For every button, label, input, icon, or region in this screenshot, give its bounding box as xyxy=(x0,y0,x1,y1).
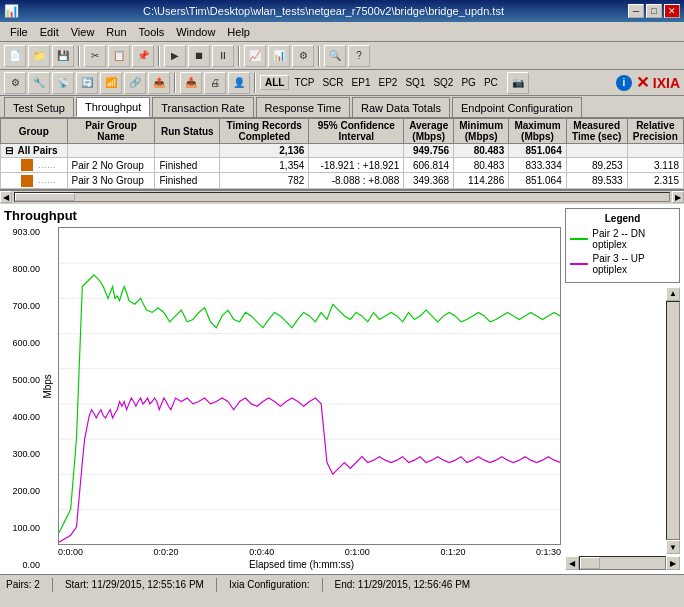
close-button[interactable]: ✕ xyxy=(664,4,680,18)
menu-window[interactable]: Window xyxy=(170,24,221,40)
tab-endpoint-config[interactable]: Endpoint Configuration xyxy=(452,97,582,117)
proto-scr[interactable]: SCR xyxy=(319,76,346,89)
tb2-btn5[interactable]: 📶 xyxy=(100,72,122,94)
col-measured: MeasuredTime (sec) xyxy=(566,119,627,144)
proto-sq1[interactable]: SQ1 xyxy=(402,76,428,89)
chart-button[interactable]: 📈 xyxy=(244,45,266,67)
x-tick-120: 0:1:20 xyxy=(440,547,465,557)
scroll-left-btn[interactable]: ◀ xyxy=(0,191,12,203)
tb2-btn2[interactable]: 🔧 xyxy=(28,72,50,94)
all-pairs-confidence xyxy=(309,144,404,158)
save-button[interactable]: 💾 xyxy=(52,45,74,67)
row-all-pairs: ⊟ All Pairs 2,136 949.756 80.483 851.064 xyxy=(1,144,684,158)
maximize-button[interactable]: □ xyxy=(646,4,662,18)
tb2-btn1[interactable]: ⚙ xyxy=(4,72,26,94)
pair3-status: Finished xyxy=(155,173,220,188)
pause-button[interactable]: ⏸ xyxy=(212,45,234,67)
all-button[interactable]: ALL xyxy=(260,75,289,90)
pair2-maximum: 833.334 xyxy=(509,158,567,173)
status-sep-1 xyxy=(52,578,53,592)
ixia-x-icon: ✕ xyxy=(636,73,649,92)
status-end: End: 11/29/2015, 12:56:46 PM xyxy=(335,579,471,590)
tb2-person[interactable]: 👤 xyxy=(228,72,250,94)
menu-view[interactable]: View xyxy=(65,24,101,40)
y-tick-800: 800.00 xyxy=(4,264,40,274)
y-tick-300: 300.00 xyxy=(4,449,40,459)
all-pairs-minimum: 80.483 xyxy=(454,144,509,158)
x-tick-100: 0:1:00 xyxy=(345,547,370,557)
info-icon[interactable]: i xyxy=(616,75,632,91)
proto-ep2[interactable]: EP2 xyxy=(375,76,400,89)
tab-transaction-rate[interactable]: Transaction Rate xyxy=(152,97,253,117)
tb2-btn3[interactable]: 📡 xyxy=(52,72,74,94)
chart-canvas[interactable] xyxy=(58,227,561,546)
proto-ep1[interactable]: EP1 xyxy=(349,76,374,89)
new-button[interactable]: 📄 xyxy=(4,45,26,67)
tb2-btn4[interactable]: 🔄 xyxy=(76,72,98,94)
proto-pc[interactable]: PC xyxy=(481,76,501,89)
help-button[interactable]: ? xyxy=(348,45,370,67)
scroll-right-btn[interactable]: ▶ xyxy=(672,191,684,203)
legend-line-pair3 xyxy=(570,263,588,265)
menu-tools[interactable]: Tools xyxy=(133,24,171,40)
separator-1 xyxy=(78,46,80,66)
tab-throughput[interactable]: Throughput xyxy=(76,97,150,117)
menu-help[interactable]: Help xyxy=(221,24,256,40)
table-hscroll[interactable]: ◀ ▶ xyxy=(0,190,684,204)
proto-sq2[interactable]: SQ2 xyxy=(430,76,456,89)
tab-test-setup[interactable]: Test Setup xyxy=(4,97,74,117)
tb2-btn8[interactable]: 📥 xyxy=(180,72,202,94)
expand-icon[interactable]: ⊟ xyxy=(5,145,13,156)
hscroll-bottom[interactable]: ◀ ▶ xyxy=(565,556,680,570)
pair2-measured: 89.253 xyxy=(566,158,627,173)
pair3-confidence: -8.088 : +8.088 xyxy=(309,173,404,188)
proto-pg[interactable]: PG xyxy=(458,76,478,89)
proto-tcp[interactable]: TCP xyxy=(291,76,317,89)
paste-button[interactable]: 📌 xyxy=(132,45,154,67)
all-pairs-maximum: 851.064 xyxy=(509,144,567,158)
open-button[interactable]: 📁 xyxy=(28,45,50,67)
vscroll-down-btn[interactable]: ▼ xyxy=(666,540,680,554)
col-minimum: Minimum(Mbps) xyxy=(454,119,509,144)
hscroll-thumb-bottom[interactable] xyxy=(580,557,600,569)
cut-button[interactable]: ✂ xyxy=(84,45,106,67)
separator-2 xyxy=(158,46,160,66)
menu-edit[interactable]: Edit xyxy=(34,24,65,40)
tb2-btn7[interactable]: 📤 xyxy=(148,72,170,94)
tb2-btn9[interactable]: 🖨 xyxy=(204,72,226,94)
tb2-extra[interactable]: 📷 xyxy=(507,72,529,94)
tab-raw-data[interactable]: Raw Data Totals xyxy=(352,97,450,117)
vscroll-bar[interactable]: ▲ ▼ xyxy=(666,287,680,555)
scroll-thumb[interactable] xyxy=(15,193,75,201)
hscroll-track-bottom xyxy=(579,556,666,570)
legend-label-pair2: Pair 2 -- DN optiplex xyxy=(592,228,675,250)
menu-run[interactable]: Run xyxy=(100,24,132,40)
vscroll-up-btn[interactable]: ▲ xyxy=(666,287,680,301)
run-button[interactable]: ▶ xyxy=(164,45,186,67)
y-tick-0: 0.00 xyxy=(4,560,40,570)
zoom-button[interactable]: 🔍 xyxy=(324,45,346,67)
hscroll-left-btn[interactable]: ◀ xyxy=(565,556,579,570)
title-bar-icon: 📊 xyxy=(4,4,19,18)
toolbar-2: ⚙ 🔧 📡 🔄 📶 🔗 📤 📥 🖨 👤 ALL TCP SCR EP1 EP2 … xyxy=(0,70,684,96)
chart-svg xyxy=(59,228,560,545)
tab-response-time[interactable]: Response Time xyxy=(256,97,350,117)
hscroll-right-btn[interactable]: ▶ xyxy=(666,556,680,570)
scroll-track xyxy=(14,192,670,202)
minimize-button[interactable]: ─ xyxy=(628,4,644,18)
pair3-maximum: 851.064 xyxy=(509,173,567,188)
settings-button[interactable]: ⚙ xyxy=(292,45,314,67)
pair2-timing: 1,354 xyxy=(220,158,309,173)
col-group: Group xyxy=(1,119,68,144)
col-timing: Timing RecordsCompleted xyxy=(220,119,309,144)
window-controls: ─ □ ✕ xyxy=(628,4,680,18)
copy-button[interactable]: 📋 xyxy=(108,45,130,67)
table-button[interactable]: 📊 xyxy=(268,45,290,67)
menu-file[interactable]: File xyxy=(4,24,34,40)
stop-button[interactable]: ⏹ xyxy=(188,45,210,67)
chart-space xyxy=(565,287,666,555)
col-average: Average(Mbps) xyxy=(404,119,454,144)
tb2-btn6[interactable]: 🔗 xyxy=(124,72,146,94)
chart-wrapper: 903.00 800.00 700.00 600.00 500.00 400.0… xyxy=(4,227,561,571)
y-tick-600: 600.00 xyxy=(4,338,40,348)
